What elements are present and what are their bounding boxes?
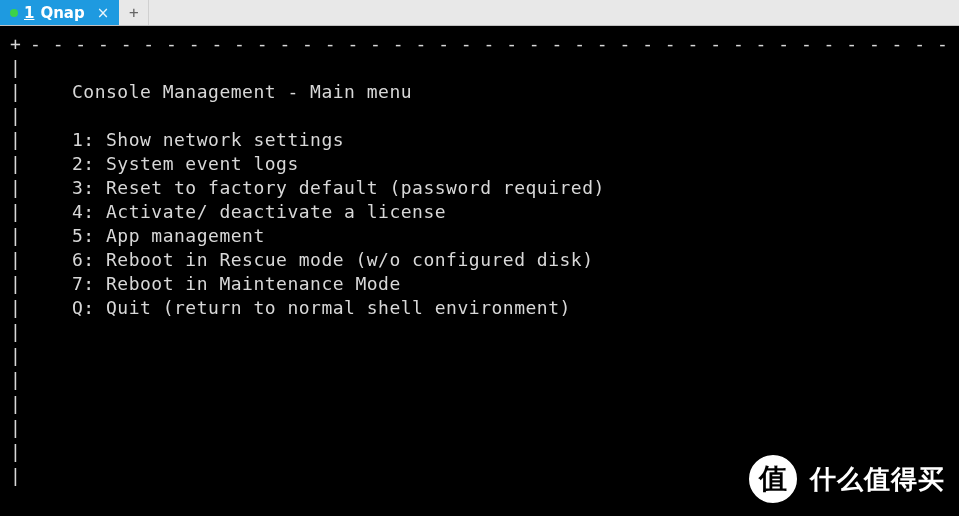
border-vert: |: [10, 344, 30, 368]
menu-item[interactable]: 4: Activate/ deactivate a license: [72, 200, 446, 224]
indent: [30, 272, 72, 296]
border-vert: |: [10, 296, 30, 320]
tab-bar: 1 Qnap × +: [0, 0, 959, 26]
border-vert: |: [10, 176, 30, 200]
indent: [30, 392, 72, 416]
new-tab-button[interactable]: +: [119, 0, 149, 25]
menu-item[interactable]: 7: Reboot in Maintenance Mode: [72, 272, 401, 296]
menu-item[interactable]: 6: Reboot in Rescue mode (w/o configured…: [72, 248, 594, 272]
border-vert: |: [10, 440, 30, 464]
border-vert: |: [10, 368, 30, 392]
tab-qnap[interactable]: 1 Qnap ×: [0, 0, 119, 25]
indent: [30, 176, 72, 200]
tab-index: 1: [24, 4, 34, 22]
watermark-text: 什么值得买: [810, 462, 945, 497]
border-vert: |: [10, 56, 30, 80]
border-vert: |: [10, 80, 30, 104]
indent: [30, 224, 72, 248]
indent: [30, 296, 72, 320]
border-vert: |: [10, 392, 30, 416]
close-icon[interactable]: ×: [97, 4, 110, 22]
terminal[interactable]: +- - - - - - - - - - - - - - - - - - - -…: [0, 26, 959, 498]
border-vert: |: [10, 224, 30, 248]
border-vert: |: [10, 248, 30, 272]
menu-item[interactable]: 3: Reset to factory default (password re…: [72, 176, 605, 200]
border-vert: |: [10, 128, 30, 152]
tab-title: Qnap: [40, 4, 84, 22]
menu-item[interactable]: 2: System event logs: [72, 152, 299, 176]
indent: [30, 344, 72, 368]
indent: [30, 128, 72, 152]
border-vert: |: [10, 272, 30, 296]
indent: [30, 248, 72, 272]
menu-item[interactable]: 1: Show network settings: [72, 128, 344, 152]
indent: [30, 320, 72, 344]
indent: [30, 56, 72, 80]
indent: [30, 416, 72, 440]
indent: [30, 440, 72, 464]
border-vert: |: [10, 200, 30, 224]
indent: [30, 152, 72, 176]
indent: [30, 200, 72, 224]
menu-item[interactable]: Q: Quit (return to normal shell environm…: [72, 296, 571, 320]
border-vert: |: [10, 104, 30, 128]
indent: [30, 80, 72, 104]
indent: [30, 104, 72, 128]
indent: [30, 464, 72, 488]
border-top: - - - - - - - - - - - - - - - - - - - - …: [30, 32, 949, 56]
border-vert: |: [10, 152, 30, 176]
console-title: Console Management - Main menu: [72, 80, 412, 104]
watermark: 值 什么值得买: [746, 452, 945, 506]
border-vert: +: [10, 32, 30, 56]
menu-item[interactable]: 5: App management: [72, 224, 265, 248]
status-dot-icon: [10, 9, 18, 17]
border-vert: |: [10, 416, 30, 440]
indent: [30, 368, 72, 392]
border-vert: |: [10, 320, 30, 344]
border-vert: |: [10, 464, 30, 488]
watermark-badge-icon: 值: [746, 452, 800, 506]
